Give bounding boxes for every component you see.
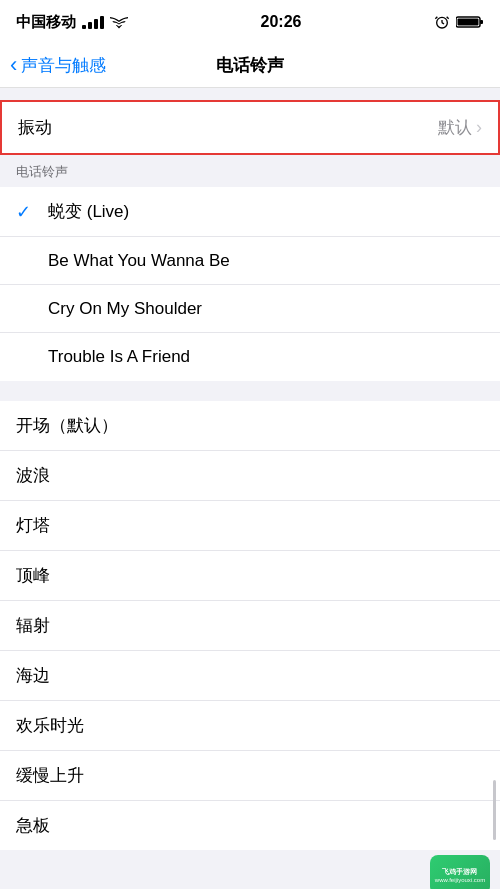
ringtone-name: 缓慢上升 bbox=[16, 764, 84, 787]
ringtone-name: 辐射 bbox=[16, 614, 50, 637]
list-item[interactable]: ✓ 蜕变 (Live) bbox=[0, 187, 500, 237]
signal-bar-4 bbox=[100, 16, 104, 29]
svg-rect-4 bbox=[480, 20, 483, 24]
vibration-right: 默认 › bbox=[438, 116, 482, 139]
ringtone-name: 灯塔 bbox=[16, 514, 50, 537]
watermark-badge: 飞鸡手游网 www.feijiyouxi.com bbox=[430, 855, 490, 889]
ringtone-section-label: 电话铃声 bbox=[0, 155, 500, 187]
list-item[interactable]: 辐射 bbox=[0, 601, 500, 651]
chevron-right-icon: › bbox=[476, 117, 482, 138]
list-item[interactable]: 灯塔 bbox=[0, 501, 500, 551]
watermark-site: www.feijiyouxi.com bbox=[435, 877, 485, 883]
vibration-section: 振动 默认 › bbox=[0, 100, 500, 155]
signal-bar-1 bbox=[82, 25, 86, 29]
svg-line-2 bbox=[442, 23, 444, 24]
check-icon: ✓ bbox=[16, 201, 31, 223]
list-item[interactable]: 开场（默认） bbox=[0, 401, 500, 451]
wifi-icon bbox=[110, 15, 128, 29]
ringtone-name: Be What You Wanna Be bbox=[48, 251, 230, 271]
time-display: 20:26 bbox=[261, 13, 302, 31]
svg-rect-5 bbox=[457, 19, 478, 26]
back-button[interactable]: ‹ 声音与触感 bbox=[10, 54, 106, 78]
back-chevron-icon: ‹ bbox=[10, 52, 17, 78]
section-spacer bbox=[0, 381, 500, 401]
battery-icon bbox=[456, 15, 484, 29]
ringtone-name: 波浪 bbox=[16, 464, 50, 487]
status-left: 中国移动 bbox=[16, 13, 128, 32]
list-item[interactable]: 缓慢上升 bbox=[0, 751, 500, 801]
carrier-label: 中国移动 bbox=[16, 13, 76, 32]
ringtone-name: 欢乐时光 bbox=[16, 714, 84, 737]
list-item[interactable]: Cry On My Shoulder bbox=[0, 285, 500, 333]
page-title: 电话铃声 bbox=[216, 54, 284, 77]
bottom-area: 飞鸡手游网 www.feijiyouxi.com bbox=[0, 850, 500, 889]
status-bar: 中国移动 20:26 bbox=[0, 0, 500, 44]
ringtone-name: 蜕变 (Live) bbox=[48, 200, 129, 223]
ringtone-name: Cry On My Shoulder bbox=[48, 299, 202, 319]
signal-bars bbox=[82, 16, 104, 29]
list-item[interactable]: 顶峰 bbox=[0, 551, 500, 601]
vibration-value: 默认 bbox=[438, 116, 472, 139]
vibration-row[interactable]: 振动 默认 › bbox=[2, 102, 498, 153]
list-item[interactable]: Trouble Is A Friend bbox=[0, 333, 500, 381]
ringtone-name: Trouble Is A Friend bbox=[48, 347, 190, 367]
ringtone-name: 开场（默认） bbox=[16, 414, 118, 437]
signal-bar-3 bbox=[94, 19, 98, 29]
signal-bar-2 bbox=[88, 22, 92, 29]
list-item[interactable]: 海边 bbox=[0, 651, 500, 701]
ringtone-name: 急板 bbox=[16, 814, 50, 837]
watermark-name: 飞鸡手游网 bbox=[435, 867, 485, 877]
back-label[interactable]: 声音与触感 bbox=[21, 54, 106, 77]
scroll-indicator bbox=[493, 780, 496, 840]
list-item[interactable]: 波浪 bbox=[0, 451, 500, 501]
list-item[interactable]: 急板 bbox=[0, 801, 500, 850]
status-right bbox=[434, 14, 484, 30]
ringtone-list: ✓ 蜕变 (Live) Be What You Wanna Be Cry On … bbox=[0, 187, 500, 381]
list-item[interactable]: 欢乐时光 bbox=[0, 701, 500, 751]
alarm-icon bbox=[434, 14, 450, 30]
list-item[interactable]: Be What You Wanna Be bbox=[0, 237, 500, 285]
ringtone-name: 顶峰 bbox=[16, 564, 50, 587]
vibration-label: 振动 bbox=[18, 116, 52, 139]
standard-ringtone-list: 开场（默认） 波浪 灯塔 顶峰 辐射 海边 欢乐时光 缓慢上升 急板 bbox=[0, 401, 500, 850]
nav-bar: ‹ 声音与触感 电话铃声 bbox=[0, 44, 500, 88]
ringtone-name: 海边 bbox=[16, 664, 50, 687]
